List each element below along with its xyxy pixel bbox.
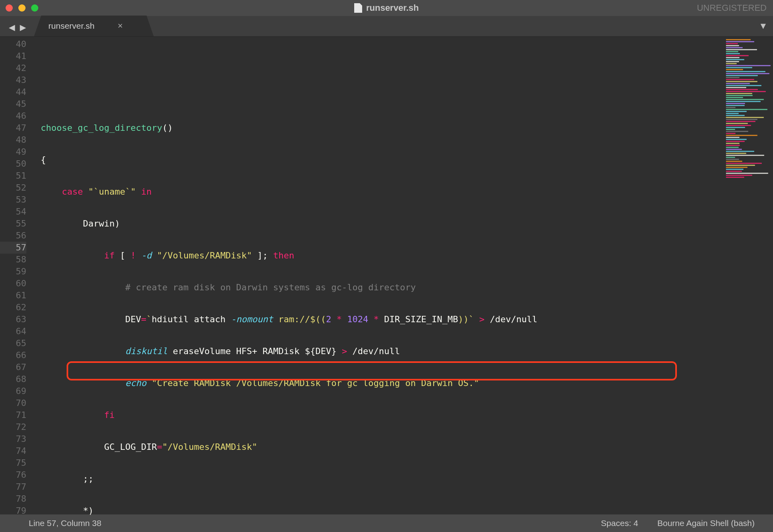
title-filename: runserver.sh [366,3,419,13]
line-number[interactable]: 43 [0,74,26,86]
line-number[interactable]: 44 [0,86,26,98]
line-number[interactable]: 40 [0,38,26,50]
line-number[interactable]: 79 [0,505,26,517]
line-number[interactable]: 73 [0,433,26,445]
line-number[interactable]: 60 [0,278,26,290]
code-line: choose_gc_log_directory() [31,122,724,134]
line-number[interactable]: 49 [0,146,26,158]
code-line: echo "Create RAMDisk /Volumes/RAMDisk fo… [31,377,724,389]
line-number[interactable]: 65 [0,337,26,349]
tab-label: runserver.sh [48,21,95,31]
line-number[interactable]: 67 [0,361,26,373]
code-line: DEV=`hdiutil attach -nomount ram://$((2 … [31,313,724,325]
line-number[interactable]: 52 [0,182,26,194]
line-number-gutter[interactable]: 4041424344454647484950515253545556575859… [0,37,31,514]
editor-area: 4041424344454647484950515253545556575859… [0,37,773,514]
code-line: fi [31,409,724,421]
line-number[interactable]: 68 [0,373,26,385]
line-number[interactable]: 78 [0,493,26,505]
tab-bar: ◀ ▶ runserver.sh × ▼ [0,16,773,37]
line-number[interactable]: 50 [0,158,26,170]
code-line [31,58,724,70]
zoom-window-button[interactable] [31,4,38,12]
code-line: ;; [31,473,724,485]
code-line: case "`uname`" in [31,186,724,198]
code-line: { [31,154,724,166]
minimap[interactable] [724,37,773,514]
line-number[interactable]: 74 [0,445,26,457]
line-number[interactable]: 58 [0,254,26,266]
line-number[interactable]: 57 [0,242,26,254]
unregistered-label: UNREGISTERED [697,3,767,13]
line-number[interactable]: 77 [0,481,26,493]
code-line: # create ram disk on Darwin systems as g… [31,282,724,294]
line-number[interactable]: 42 [0,62,26,74]
line-number[interactable]: 61 [0,290,26,301]
tab-active[interactable]: runserver.sh × [34,16,154,36]
line-number[interactable]: 56 [0,230,26,242]
line-number[interactable]: 45 [0,98,26,110]
line-number[interactable]: 71 [0,409,26,421]
line-number[interactable]: 69 [0,385,26,397]
line-number[interactable]: 53 [0,194,26,206]
line-number[interactable]: 47 [0,122,26,134]
window-title: runserver.sh [0,3,773,13]
minimize-window-button[interactable] [18,4,26,12]
code-line: GC_LOG_DIR="/Volumes/RAMDisk" [31,441,724,453]
code-line: Darwin) [31,218,724,230]
nav-forward-icon[interactable]: ▶ [20,22,26,32]
line-number[interactable]: 70 [0,397,26,409]
line-number[interactable]: 41 [0,50,26,62]
line-number[interactable]: 54 [0,206,26,218]
line-number[interactable]: 64 [0,325,26,337]
line-number[interactable]: 63 [0,313,26,325]
code-line [31,90,724,102]
file-icon [354,3,362,13]
line-number[interactable]: 75 [0,457,26,469]
line-number[interactable]: 59 [0,266,26,278]
code-view[interactable]: choose_gc_log_directory() { case "`uname… [31,37,724,514]
close-window-button[interactable] [6,4,13,12]
line-number[interactable]: 51 [0,170,26,182]
window-titlebar: runserver.sh UNREGISTERED [0,0,773,16]
line-number[interactable]: 66 [0,349,26,361]
code-line: *) [31,505,724,517]
line-number[interactable]: 76 [0,469,26,481]
nav-arrows: ◀ ▶ [0,22,34,36]
code-line: diskutil eraseVolume HFS+ RAMDisk ${DEV}… [31,345,724,357]
line-number[interactable]: 48 [0,134,26,146]
nav-back-icon[interactable]: ◀ [9,22,15,32]
traffic-lights [6,4,38,12]
tab-close-icon[interactable]: × [118,21,123,31]
tab-overflow-icon[interactable]: ▼ [761,21,766,31]
line-number[interactable]: 72 [0,421,26,433]
line-number[interactable]: 55 [0,218,26,230]
line-number[interactable]: 46 [0,110,26,122]
line-number[interactable]: 62 [0,301,26,313]
code-line: if [ ! -d "/Volumes/RAMDisk" ]; then [31,250,724,262]
